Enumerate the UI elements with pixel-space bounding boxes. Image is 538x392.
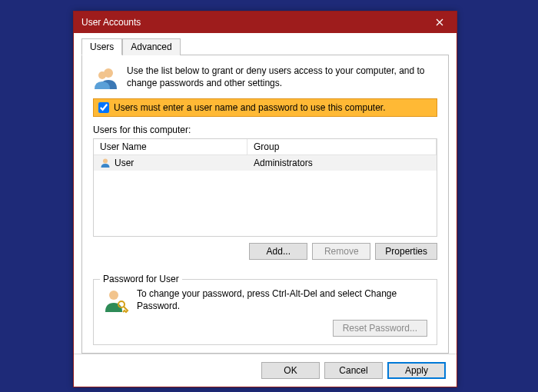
svg-point-4 [118, 301, 125, 307]
cancel-button[interactable]: Cancel [324, 362, 383, 379]
intro-text: Use the list below to grant or deny user… [127, 65, 437, 89]
svg-point-1 [98, 71, 106, 79]
titlebar: User Accounts [74, 12, 457, 33]
reset-password-row: Reset Password... [103, 320, 427, 337]
password-group-legend: Password for User [100, 274, 182, 284]
password-groupbox: Password for User To change your passwor… [93, 279, 437, 345]
tabstrip: Users Advanced [81, 38, 449, 55]
require-login-label: Users must enter a user name and passwor… [114, 102, 386, 113]
tab-advanced-label: Advanced [131, 42, 171, 52]
properties-button[interactable]: Properties [375, 243, 437, 260]
add-button[interactable]: Add... [249, 243, 307, 260]
cell-username-text: User [115, 158, 134, 168]
require-login-checkbox[interactable] [98, 102, 109, 113]
listview-header: User Name Group [94, 139, 437, 155]
password-text: To change your password, press Ctrl-Alt-… [137, 287, 427, 312]
table-row[interactable]: User Administrators [94, 155, 437, 171]
users-listview[interactable]: User Name Group User Administrators [93, 138, 437, 237]
users-list-label: Users for this computer: [93, 125, 437, 135]
dialog-footer: OK Cancel Apply [74, 354, 457, 387]
window-title: User Accounts [81, 17, 423, 28]
reset-password-button[interactable]: Reset Password... [333, 320, 427, 337]
cell-group: Administrators [247, 155, 437, 171]
tab-users[interactable]: Users [81, 38, 122, 55]
user-buttons-row: Add... Remove Properties [93, 243, 437, 260]
close-icon [436, 18, 443, 26]
svg-point-3 [109, 291, 118, 300]
apply-button[interactable]: Apply [387, 362, 446, 379]
intro-row: Use the list below to grant or deny user… [93, 65, 437, 91]
password-row: To change your password, press Ctrl-Alt-… [103, 287, 427, 314]
users-icon [93, 65, 119, 91]
user-icon [100, 158, 111, 168]
require-login-row: Users must enter a user name and passwor… [93, 98, 437, 117]
col-header-username[interactable]: User Name [94, 139, 247, 154]
svg-point-2 [103, 159, 108, 164]
close-button[interactable] [423, 12, 457, 33]
col-header-group[interactable]: Group [247, 139, 437, 154]
ok-button[interactable]: OK [261, 362, 320, 379]
tab-users-label: Users [90, 42, 114, 52]
tab-advanced[interactable]: Advanced [122, 38, 180, 55]
user-accounts-dialog: User Accounts Users Advanced [73, 11, 457, 387]
key-user-icon [103, 287, 129, 314]
remove-button[interactable]: Remove [312, 243, 370, 260]
tab-panel: Use the list below to grant or deny user… [81, 55, 449, 354]
dialog-body: Users Advanced Use the list below to gra… [74, 33, 457, 354]
cell-username: User [94, 155, 247, 171]
